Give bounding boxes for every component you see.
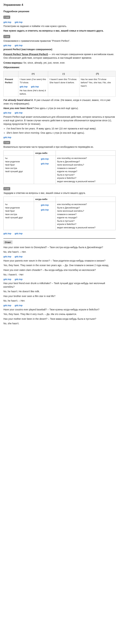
watermark-6: gdz.top xyxy=(31,85,39,88)
ex2-col3-cell: ели похлебку из моллюсков? были в Дисней… xyxy=(56,202,115,230)
answer-pair-3: Have you ever eaten clam chowder? – Вы к… xyxy=(4,268,115,276)
answer-section: Ответ Has your sister ever been to Disne… xyxy=(4,238,115,325)
ex-col1-cell-1: ты твои родители твой брат твоя сестра т… xyxy=(4,156,34,184)
ex2-col3-header xyxy=(56,196,115,202)
ex2-col2-header: когда-либо xyxy=(34,196,56,202)
ex2-col1-cell: ты твои родители твой брат твоя сестра т… xyxy=(4,202,34,230)
answer-a-7: No, she hasn't. xyxy=(4,322,115,325)
step1-task: Нам нужно задать и ответить на вопросы о… xyxy=(4,29,115,32)
heard-example: I've already heard about it. Я уже слыша… xyxy=(4,98,115,106)
grammar-title: present Perfect (настоящее совершенное) xyxy=(4,48,115,51)
answer-q-2: Have your parents ever swum in the ocean… xyxy=(4,259,115,262)
present-perfect-table: (+) (-) (?) Present Perfect I have seen … xyxy=(4,71,115,97)
table-row-pp: Present Perfect I have seen (I've seen) … xyxy=(4,76,115,97)
table-header-label xyxy=(4,71,18,77)
detailed-solution-section: Подробное решение 1 шаг gdz.top gdz.top … xyxy=(4,10,115,325)
step2-badge: 2 шаг xyxy=(4,35,10,38)
watermark-19: gdz.top xyxy=(15,278,23,281)
watermark-4: gdz.top xyxy=(15,44,23,47)
answer-pair-1: Has your sister ever been to Disneyland?… xyxy=(4,246,115,254)
watermark-12: gdz.top xyxy=(41,203,49,207)
table-minus-cell: I haven't seen this TV-show. She hasn't … xyxy=(48,76,79,97)
table-header-minus: (-) xyxy=(48,71,79,77)
table-header-q: (?) xyxy=(79,71,115,77)
ex-table-row-1: ты твои родители твой брат твоя сестра т… xyxy=(4,156,115,184)
table-row-label: Present Perfect xyxy=(4,76,18,97)
answer-q-6: Have your cousins ever played baseball? … xyxy=(4,308,115,312)
answer-a-4: No, he hasn't. He doesn't like milk. xyxy=(4,290,115,293)
ex-table-row-header: когда-либо xyxy=(4,150,115,156)
ex-col2-wm: gdz.top gdz.top xyxy=(34,156,56,184)
step2-instruction: Ознакомимся с грамматическим правилом "P… xyxy=(4,39,115,43)
been-example-item: She's been here since morning. Она здесь… xyxy=(7,131,115,135)
answer-pair-7: Has your mother ever been in the desert?… xyxy=(4,317,115,325)
answer-q-4: Has your best friend ever drunk a milksh… xyxy=(4,282,115,289)
grammar-def: Present Perfect Tense (Present Perfect) … xyxy=(4,52,115,60)
step4-instruction: Зададим и ответим на вопросы о вас, ваше… xyxy=(4,191,115,195)
answer-q-5: Has your brother ever seen a film star i… xyxy=(4,294,115,298)
watermark-5: gdz.top xyxy=(20,85,28,88)
answer-pair-4: Has your best friend ever drunk a milksh… xyxy=(4,282,115,293)
answer-pair-5: Has your brother ever seen a film star i… xyxy=(4,294,115,302)
watermark-11: gdz.top xyxy=(41,162,49,165)
pp-examples-list: I've lived here for ten years. Я живу зд… xyxy=(7,127,115,135)
answer-label: Ответ xyxy=(4,240,13,244)
watermark-7: gdz.top xyxy=(4,111,11,114)
watermark-10: gdz.top xyxy=(41,157,49,160)
ex-col1-header xyxy=(4,150,34,156)
detailed-solution-label: Подробное решение xyxy=(4,10,115,14)
watermark-1: gdz.top xyxy=(4,20,11,24)
step1-instruction: Посмотрим на задание и поймём что нам ну… xyxy=(4,24,115,28)
table-q-cell: Has he seen this TV-show before? Yes, sh… xyxy=(79,76,115,97)
lived-example-item: I've lived here for ten years. Я живу зд… xyxy=(7,127,115,130)
ex-col3-header xyxy=(56,150,115,156)
watermark-3: gdz.top xyxy=(4,44,11,47)
watermark-16: gdz.top xyxy=(4,255,11,258)
ex-col3-cell: ели похлебку из моллюсков? были в Дисней… xyxy=(56,156,115,184)
step3-instruction: Внимательно прочитаем части предложений … xyxy=(4,145,115,149)
watermark-21: gdz.top xyxy=(15,304,23,307)
table-plus-cell: I have seen (I've seen) this TV-show. gd… xyxy=(18,76,48,97)
watermark-17: gdz.top xyxy=(15,255,23,258)
watermark-8: gdz.top xyxy=(15,111,23,114)
ex2-col2-wm: gdz.top gdz.top xyxy=(34,202,56,230)
watermark-15: gdz.top xyxy=(15,232,23,235)
answer-a-5: No, he hasn't. – Нет. xyxy=(4,299,115,302)
watermark-13: gdz.top xyxy=(41,208,49,212)
answer-a-1: No, she hasn't. – Нет. xyxy=(4,250,115,254)
watermark-2: gdz.top xyxy=(15,20,23,24)
watermark-20: gdz.top xyxy=(4,304,11,307)
watermark-9: gdz.top xyxy=(4,136,11,139)
markers: Слова-маркеры: for, since, already, yet,… xyxy=(4,61,115,64)
step1-badge: 1 шаг xyxy=(4,16,10,19)
answer-a-6: Yes, they have. They like it very much. … xyxy=(4,312,115,316)
ex-col2-header: когда-либо xyxy=(34,150,56,156)
ex2-table-row-1: ты твои родители твой брат твоя сестра т… xyxy=(4,202,115,230)
ex2-table-row-header: когда-либо xyxy=(4,196,115,202)
been-example: Have you ever been there? Она здесь с ут… xyxy=(4,106,115,110)
watermark-18: gdz.top xyxy=(4,278,11,281)
answer-a-2: Yes, they have. They swam in the ocean t… xyxy=(4,264,115,267)
answer-q-7: Has your mother ever been in the desert?… xyxy=(4,317,115,321)
pp-more: Present Perfect ещё может использоваться… xyxy=(4,115,115,126)
answer-q-1: Has your sister ever been to Disneyland?… xyxy=(4,246,115,249)
table-header-plus: (+) xyxy=(18,71,48,77)
step3-badge: 2 шаг xyxy=(4,141,10,144)
formation-label: Образование: xyxy=(4,66,115,69)
exercise-table-4: когда-либо ты твои родители твой брат тв… xyxy=(4,196,115,230)
answer-pair-2: Have your parents ever swum in the ocean… xyxy=(4,259,115,267)
watermark-14: gdz.top xyxy=(4,232,11,235)
exercise-title: Упражнение 4 xyxy=(4,3,115,7)
ex2-col1-header xyxy=(4,196,34,202)
step4-badge: 4 шаг xyxy=(4,187,10,190)
answer-pair-6: Have your cousins ever played baseball? … xyxy=(4,308,115,316)
answer-q-3: Have you ever eaten clam chowder? – Вы к… xyxy=(4,268,115,272)
exercise-table-3: когда-либо ты твои родители твой брат тв… xyxy=(4,150,115,184)
answer-a-3: No, I haven't. - Нет xyxy=(4,273,115,276)
